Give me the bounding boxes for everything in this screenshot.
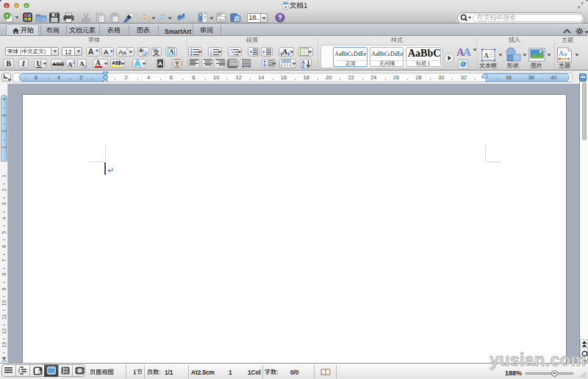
svg-text:3: 3 — [210, 53, 212, 56]
svg-text:a: a — [564, 51, 567, 57]
svg-text:A: A — [463, 46, 471, 58]
svg-text:a: a — [284, 4, 287, 10]
svg-text:?: ? — [278, 14, 282, 21]
svg-text:A: A — [484, 51, 490, 59]
svg-text:Z: Z — [301, 63, 304, 68]
